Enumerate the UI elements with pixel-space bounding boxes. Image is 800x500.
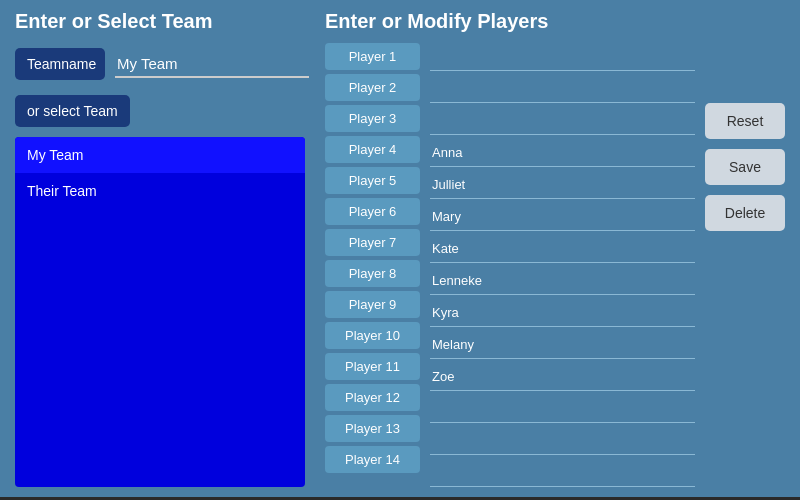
player-button[interactable]: Player 4 (325, 136, 420, 163)
player-button[interactable]: Player 5 (325, 167, 420, 194)
right-panel: Enter or Modify Players Player 1Player 2… (325, 10, 785, 487)
player-button[interactable]: Player 6 (325, 198, 420, 225)
reset-button[interactable]: Reset (705, 103, 785, 139)
player-input-field[interactable] (430, 459, 695, 487)
player-input-field[interactable] (430, 107, 695, 135)
right-panel-title: Enter or Modify Players (325, 10, 785, 33)
player-buttons-list: Player 1Player 2Player 3Player 4Player 5… (325, 43, 420, 487)
team-list-item[interactable]: Their Team (15, 173, 305, 209)
player-button[interactable]: Player 14 (325, 446, 420, 473)
team-list-item[interactable]: My Team (15, 137, 305, 173)
left-panel: Enter or Select Team Teamname or select … (15, 10, 305, 487)
player-button[interactable]: Player 2 (325, 74, 420, 101)
team-list: My TeamTheir Team (15, 137, 305, 487)
player-input-field[interactable] (430, 331, 695, 359)
player-inputs-list (430, 43, 695, 487)
players-area: Player 1Player 2Player 3Player 4Player 5… (325, 43, 785, 487)
select-team-button[interactable]: or select Team (15, 95, 130, 127)
player-button[interactable]: Player 3 (325, 105, 420, 132)
player-input-field[interactable] (430, 171, 695, 199)
player-button[interactable]: Player 11 (325, 353, 420, 380)
player-button[interactable]: Player 10 (325, 322, 420, 349)
player-button[interactable]: Player 12 (325, 384, 420, 411)
player-button[interactable]: Player 9 (325, 291, 420, 318)
teamname-button[interactable]: Teamname (15, 48, 105, 80)
player-button[interactable]: Player 1 (325, 43, 420, 70)
left-panel-title: Enter or Select Team (15, 10, 305, 33)
player-input-field[interactable] (430, 43, 695, 71)
player-button[interactable]: Player 8 (325, 260, 420, 287)
player-button[interactable]: Player 13 (325, 415, 420, 442)
save-button[interactable]: Save (705, 149, 785, 185)
player-input-field[interactable] (430, 267, 695, 295)
player-input-field[interactable] (430, 203, 695, 231)
player-input-field[interactable] (430, 363, 695, 391)
player-input-field[interactable] (430, 427, 695, 455)
player-input-field[interactable] (430, 139, 695, 167)
action-buttons: Reset Save Delete (705, 43, 785, 487)
player-button[interactable]: Player 7 (325, 229, 420, 256)
player-input-field[interactable] (430, 395, 695, 423)
teamname-input[interactable] (115, 51, 309, 78)
player-input-field[interactable] (430, 235, 695, 263)
teamname-row: Teamname (15, 48, 305, 80)
delete-button[interactable]: Delete (705, 195, 785, 231)
player-input-field[interactable] (430, 299, 695, 327)
player-input-field[interactable] (430, 75, 695, 103)
